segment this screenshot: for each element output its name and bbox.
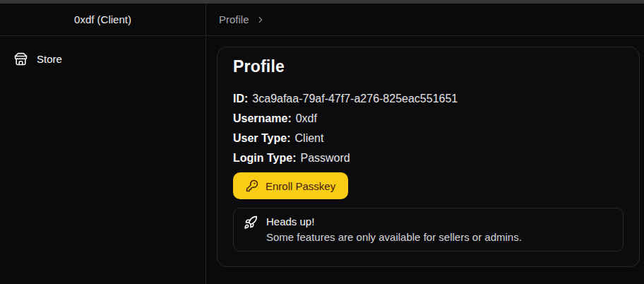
notice-text: Heads up! Some features are only availab… xyxy=(266,214,522,245)
field-id-label: ID: xyxy=(233,93,248,105)
sidebar: Store xyxy=(0,37,206,284)
notice-title: Heads up! xyxy=(266,214,522,230)
field-user-type-value: Client xyxy=(295,132,324,144)
main-content: Profile ID:3ca9afaa-79af-47f7-a276-825ea… xyxy=(207,40,644,284)
account-header: 0xdf (Client) xyxy=(0,4,206,35)
app-root: 0xdf (Client) Profile Store xyxy=(0,4,644,284)
field-user-type: User Type:Client xyxy=(233,129,624,148)
sidebar-item-label: Store xyxy=(37,53,62,65)
profile-card: Profile ID:3ca9afaa-79af-47f7-a276-825ea… xyxy=(217,47,640,267)
field-login-type: Login Type:Password xyxy=(233,148,624,168)
heads-up-notice: Heads up! Some features are only availab… xyxy=(233,208,624,252)
field-username-value: 0xdf xyxy=(296,112,317,124)
field-login-type-label: Login Type: xyxy=(233,152,296,164)
breadcrumb: Profile xyxy=(206,4,644,35)
profile-fields: ID:3ca9afaa-79af-47f7-a276-825eac551651 … xyxy=(233,89,624,168)
field-username-label: Username: xyxy=(233,112,292,124)
notice-description: Some features are only available for sel… xyxy=(266,230,522,245)
chevron-right-icon xyxy=(256,15,266,25)
store-icon xyxy=(14,52,28,66)
enroll-passkey-button[interactable]: Enroll Passkey xyxy=(233,172,348,199)
sidebar-item-store[interactable]: Store xyxy=(0,47,205,71)
field-username: Username:0xdf xyxy=(233,109,624,129)
field-login-type-value: Password xyxy=(300,152,350,164)
key-icon xyxy=(246,179,258,192)
top-header: 0xdf (Client) Profile xyxy=(0,4,644,36)
rocket-icon xyxy=(244,214,258,230)
field-user-type-label: User Type: xyxy=(233,132,291,144)
account-label: 0xdf (Client) xyxy=(74,13,131,25)
breadcrumb-item-profile[interactable]: Profile xyxy=(219,13,249,25)
field-id: ID:3ca9afaa-79af-47f7-a276-825eac551651 xyxy=(233,89,624,109)
field-id-value: 3ca9afaa-79af-47f7-a276-825eac551651 xyxy=(252,93,458,105)
page-title: Profile xyxy=(233,59,624,75)
enroll-passkey-label: Enroll Passkey xyxy=(266,180,335,192)
